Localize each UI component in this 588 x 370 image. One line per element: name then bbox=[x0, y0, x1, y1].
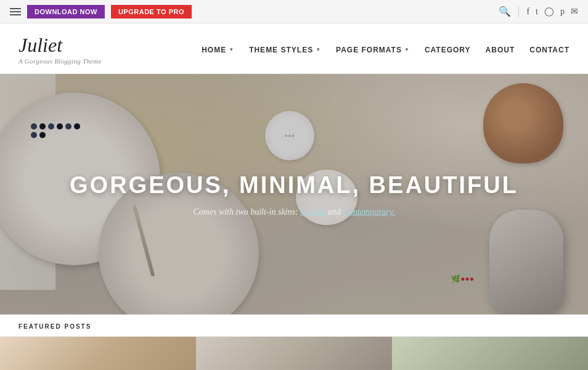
hero-link-contemporary[interactable]: Contemporary. bbox=[343, 207, 394, 216]
hero-subtitle-text: Comes with two built-in skins: bbox=[193, 207, 300, 216]
header: Juliet A Gorgeous Blogging Theme HOME ▼ … bbox=[0, 23, 588, 74]
email-icon[interactable]: ✉ bbox=[571, 6, 578, 17]
facebook-icon[interactable]: f bbox=[526, 7, 529, 17]
post-thumbnail-1[interactable] bbox=[0, 337, 196, 370]
social-icons: f t ◯ p ✉ bbox=[526, 6, 578, 17]
divider bbox=[518, 6, 519, 17]
featured-posts-bar: FEATURED POSTS bbox=[0, 314, 588, 337]
nav-item-contact[interactable]: CONTACT bbox=[529, 46, 570, 54]
chevron-down-icon: ▼ bbox=[316, 47, 321, 52]
nav-item-category[interactable]: CATEGORY bbox=[425, 46, 471, 54]
hero-link-separator: and bbox=[328, 207, 343, 216]
posts-strip bbox=[0, 337, 588, 370]
hero-subtitle: Comes with two built-in skins: Classic a… bbox=[59, 207, 529, 217]
nav-item-theme-styles[interactable]: THEME STYLES ▼ bbox=[249, 46, 321, 54]
post-thumbnail-2[interactable] bbox=[196, 337, 392, 370]
hero-content: GORGEOUS, MINIMAL, BEAUTIFUL Comes with … bbox=[59, 172, 529, 217]
top-bar: DOWNLOAD NOW UPGRADE TO PRO 🔍 f t ◯ p ✉ bbox=[0, 0, 588, 23]
hero-title: GORGEOUS, MINIMAL, BEAUTIFUL bbox=[59, 172, 529, 199]
logo-area: Juliet A Gorgeous Blogging Theme bbox=[18, 35, 102, 65]
nav-item-about[interactable]: ABOUT bbox=[486, 46, 515, 54]
pinterest-icon[interactable]: p bbox=[560, 7, 565, 17]
top-bar-right: 🔍 f t ◯ p ✉ bbox=[499, 6, 578, 17]
main-nav: HOME ▼ THEME STYLES ▼ PAGE FORMATS ▼ CAT… bbox=[202, 46, 570, 54]
search-icon[interactable]: 🔍 bbox=[499, 6, 511, 17]
logo-subtitle: A Gorgeous Blogging Theme bbox=[18, 57, 102, 65]
instagram-icon[interactable]: ◯ bbox=[544, 6, 554, 17]
hero-link-classic[interactable]: Classic bbox=[300, 207, 325, 216]
nav-item-home[interactable]: HOME ▼ bbox=[202, 46, 234, 54]
twitter-icon[interactable]: t bbox=[536, 7, 538, 17]
featured-label: FEATURED POSTS bbox=[18, 323, 91, 330]
hamburger-icon[interactable] bbox=[10, 8, 21, 15]
logo-title[interactable]: Juliet bbox=[18, 35, 102, 56]
hero-section: ●●● · · ·· · · 🌿●●● GORGEOUS, MINIMAL, B… bbox=[0, 74, 588, 314]
download-now-button[interactable]: DOWNLOAD NOW bbox=[27, 5, 105, 18]
top-bar-left: DOWNLOAD NOW UPGRADE TO PRO bbox=[10, 5, 192, 18]
chevron-down-icon: ▼ bbox=[229, 47, 234, 52]
post-thumbnail-3[interactable] bbox=[392, 337, 588, 370]
chevron-down-icon: ▼ bbox=[404, 47, 410, 52]
nav-item-page-formats[interactable]: PAGE FORMATS ▼ bbox=[336, 46, 410, 54]
upgrade-pro-button[interactable]: UPGRADE TO PRO bbox=[111, 5, 192, 18]
